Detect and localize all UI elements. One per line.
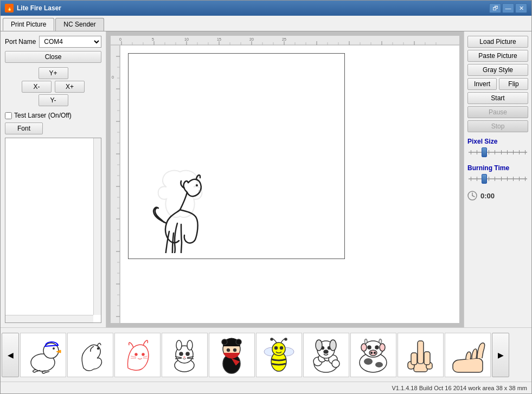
- y-minus-button[interactable]: Y-: [39, 94, 68, 106]
- restore-button[interactable]: 🗗: [489, 3, 501, 13]
- test-laser-row: Test Larser (On/Off): [5, 112, 101, 119]
- svg-text:0: 0: [119, 37, 121, 41]
- svg-rect-139: [418, 341, 424, 364]
- thumbnail-strip: ◀: [1, 327, 531, 382]
- svg-point-85: [176, 340, 182, 350]
- svg-text:10: 10: [184, 37, 189, 41]
- time-row: 0:00: [467, 191, 528, 201]
- test-laser-checkbox[interactable]: [5, 112, 12, 119]
- thumbnail-horse[interactable]: [67, 333, 113, 377]
- svg-point-109: [285, 338, 287, 340]
- svg-rect-140: [411, 353, 417, 365]
- text-area-box[interactable]: [5, 138, 101, 323]
- svg-point-107: [280, 346, 283, 349]
- title-bar-left: 🔥 Lite Fire Laser: [5, 4, 61, 12]
- thumbnail-cat[interactable]: [162, 333, 208, 377]
- font-button[interactable]: Font: [5, 122, 43, 134]
- svg-point-100: [222, 339, 227, 345]
- invert-button[interactable]: Invert: [467, 78, 497, 90]
- horizontal-scrollbar[interactable]: [5, 315, 93, 322]
- svg-point-86: [187, 340, 193, 350]
- burning-time-label: Burning Time: [467, 164, 528, 172]
- pixel-size-section: Pixel Size: [467, 138, 528, 159]
- port-name-label: Port Name: [5, 38, 36, 46]
- x-plus-button[interactable]: X+: [55, 81, 85, 93]
- flip-button[interactable]: Flip: [499, 78, 528, 90]
- svg-point-69: [198, 190, 201, 192]
- left-panel: Port Name COM4 COM1 COM2 COM3 COM5 Close…: [1, 31, 106, 327]
- svg-line-79: [131, 356, 136, 357]
- svg-point-75: [53, 347, 55, 350]
- paste-picture-button[interactable]: Paste Picture: [467, 50, 528, 62]
- svg-point-133: [371, 352, 373, 353]
- svg-point-115: [332, 360, 339, 367]
- stop-button[interactable]: Stop: [467, 120, 528, 132]
- pixel-size-slider[interactable]: [467, 147, 528, 158]
- drawing-area[interactable]: [120, 46, 459, 323]
- svg-rect-38: [111, 46, 120, 323]
- y-plus-row: Y+: [39, 67, 68, 79]
- time-display: 0:00: [480, 192, 495, 200]
- svg-point-90: [188, 353, 189, 354]
- x-row: X- X+: [22, 81, 85, 93]
- svg-point-106: [275, 346, 278, 349]
- strip-prev-button[interactable]: ◀: [2, 333, 19, 377]
- svg-point-91: [183, 356, 185, 358]
- tab-nc-sender[interactable]: NC Sender: [55, 18, 104, 31]
- window-title: Lite Fire Laser: [17, 4, 61, 12]
- close-port-button[interactable]: Close: [5, 51, 101, 63]
- svg-point-77: [135, 353, 137, 356]
- svg-point-123: [364, 358, 373, 365]
- svg-point-99: [234, 348, 236, 351]
- svg-point-98: [227, 348, 230, 351]
- pause-button[interactable]: Pause: [467, 106, 528, 118]
- thumbnail-finger[interactable]: [398, 333, 444, 377]
- port-select[interactable]: COM4 COM1 COM2 COM3 COM5: [39, 36, 101, 48]
- tab-bar: Print Picture NC Sender: [1, 16, 531, 31]
- svg-point-108: [271, 338, 273, 340]
- burning-time-slider[interactable]: [467, 173, 528, 184]
- vertical-scrollbar[interactable]: [93, 138, 101, 315]
- inner-canvas: [128, 53, 345, 259]
- strip-next-button[interactable]: ▶: [492, 333, 509, 377]
- ruler-left-svg: 0: [111, 46, 120, 323]
- x-minus-button[interactable]: X-: [22, 81, 52, 93]
- svg-text:25: 25: [282, 37, 286, 41]
- title-bar: 🔥 Lite Fire Laser 🗗 — ✕: [1, 1, 531, 16]
- svg-point-119: [324, 350, 328, 353]
- title-controls: 🗗 — ✕: [489, 3, 527, 13]
- svg-line-72: [472, 196, 475, 197]
- tab-print-picture[interactable]: Print Picture: [3, 18, 54, 31]
- svg-line-95: [187, 358, 194, 359]
- svg-rect-138: [424, 352, 430, 365]
- start-button[interactable]: Start: [467, 92, 528, 104]
- gray-style-button[interactable]: Gray Style: [467, 64, 528, 76]
- test-laser-label: Test Larser (On/Off): [14, 112, 72, 119]
- ruler-top-svg: 0 5 10 15 20 25: [111, 36, 459, 46]
- svg-point-68: [196, 184, 198, 186]
- svg-point-101: [236, 339, 241, 345]
- thumbnail-ninja[interactable]: [209, 333, 255, 377]
- thumbnail-fox[interactable]: [114, 333, 161, 377]
- svg-point-134: [374, 352, 376, 353]
- svg-line-93: [175, 358, 182, 359]
- main-content: Port Name COM4 COM1 COM2 COM3 COM5 Close…: [1, 31, 531, 327]
- thumbnail-point[interactable]: [445, 333, 491, 377]
- ruler-left: 0: [111, 46, 120, 323]
- svg-point-120: [316, 340, 322, 351]
- load-picture-button[interactable]: Load Picture: [467, 36, 528, 48]
- thumbnail-cow[interactable]: [350, 333, 396, 377]
- svg-point-124: [375, 362, 383, 367]
- thumbnail-bee[interactable]: [256, 333, 302, 377]
- svg-point-127: [380, 344, 385, 351]
- svg-point-126: [361, 344, 367, 351]
- minimize-button[interactable]: —: [502, 3, 514, 13]
- thumbnail-duck[interactable]: [20, 333, 66, 377]
- burning-time-section: Burning Time: [467, 164, 528, 185]
- svg-text:0: 0: [112, 75, 114, 79]
- close-button[interactable]: ✕: [515, 3, 527, 13]
- thumbnail-dog[interactable]: [303, 333, 349, 377]
- pixel-size-label: Pixel Size: [467, 138, 528, 145]
- svg-point-121: [330, 340, 336, 351]
- y-plus-button[interactable]: Y+: [39, 67, 68, 79]
